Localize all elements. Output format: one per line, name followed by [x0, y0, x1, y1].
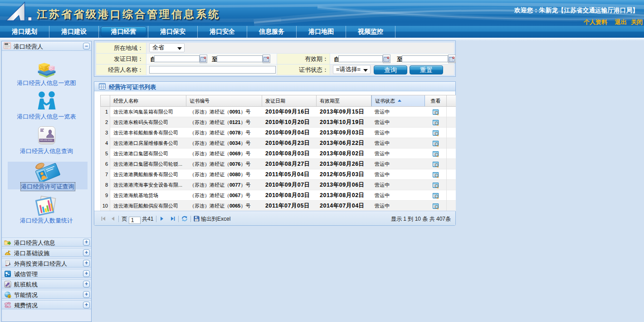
- svg-text:805.430.6060: 805.430.6060: [40, 139, 52, 141]
- svg-text:$: $: [9, 295, 10, 298]
